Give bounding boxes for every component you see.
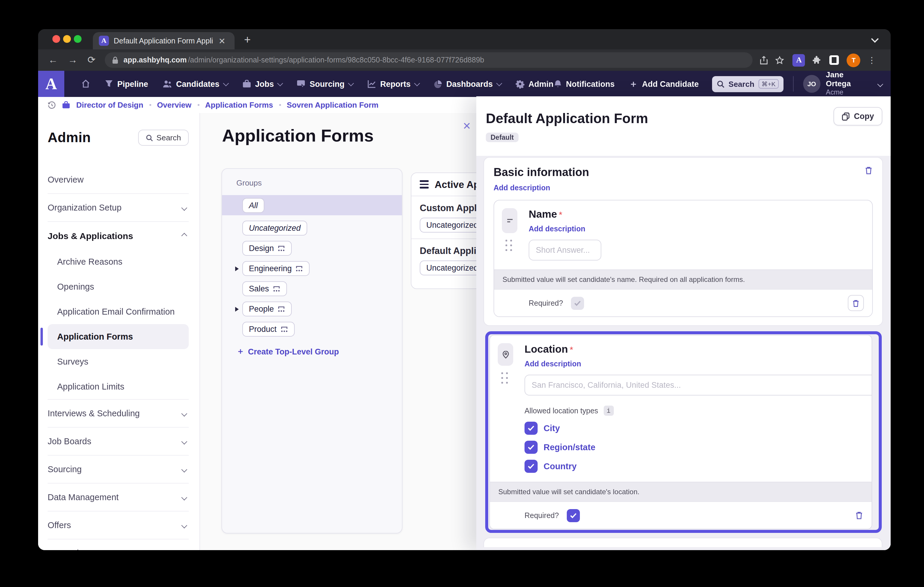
sidebar-item-job-boards[interactable]: Job Boards bbox=[48, 428, 189, 455]
traffic-close-button[interactable] bbox=[53, 35, 60, 43]
sidebar-item-jobs-applications[interactable]: Jobs & Applications bbox=[48, 222, 189, 249]
section-trash-icon[interactable] bbox=[865, 166, 873, 175]
delete-field-button[interactable] bbox=[848, 295, 864, 311]
add-description-link[interactable]: Add description bbox=[525, 360, 863, 368]
chevron-down-icon bbox=[181, 410, 187, 416]
required-asterisk: * bbox=[559, 209, 562, 219]
groups-header: Groups bbox=[222, 169, 402, 187]
tab-overflow-chevron-icon[interactable] bbox=[871, 35, 878, 43]
gear-icon bbox=[515, 79, 524, 88]
expand-caret-icon[interactable] bbox=[235, 266, 239, 271]
group-chip-people[interactable]: People bbox=[242, 301, 292, 316]
country-checkbox[interactable] bbox=[525, 460, 538, 473]
sidebar-item-archive-reasons[interactable]: Archive Reasons bbox=[48, 249, 189, 274]
sidebar-item-offers[interactable]: Offers bbox=[48, 511, 189, 539]
breadcrumb-item-overview[interactable]: Overview bbox=[157, 100, 191, 109]
share-icon[interactable] bbox=[760, 56, 768, 64]
group-chip-uncategorized[interactable]: Uncategorized bbox=[242, 220, 307, 235]
breadcrumb-item-job[interactable]: Director of Design bbox=[76, 100, 143, 109]
new-tab-button[interactable]: + bbox=[244, 33, 251, 46]
nav-home[interactable] bbox=[81, 79, 91, 89]
extensions-puzzle-icon[interactable] bbox=[812, 56, 821, 64]
group-row-all-selected[interactable]: All bbox=[222, 195, 402, 215]
nav-candidates[interactable]: Candidates bbox=[163, 79, 228, 88]
sidebar-item-application-email-confirmation[interactable]: Application Email Confirmation bbox=[48, 299, 189, 324]
ashby-extension-icon[interactable]: A bbox=[793, 54, 805, 66]
drag-handle-icon[interactable] bbox=[501, 372, 508, 384]
nav-jobs[interactable]: Jobs bbox=[242, 79, 282, 88]
side-panel-icon[interactable] bbox=[830, 55, 839, 65]
field-label: Name bbox=[529, 208, 557, 220]
short-answer-type-icon bbox=[502, 208, 517, 233]
sidebar-item-overview[interactable]: Overview bbox=[48, 166, 189, 193]
history-icon[interactable] bbox=[48, 101, 56, 109]
sidebar-item-sourcing[interactable]: Sourcing bbox=[48, 455, 189, 483]
chevron-down-icon bbox=[181, 438, 187, 444]
required-checkbox-disabled[interactable] bbox=[571, 296, 584, 309]
add-description-link[interactable]: Add description bbox=[493, 184, 873, 192]
city-checkbox[interactable] bbox=[525, 422, 538, 435]
sidebar-item-integrations[interactable]: Integrations bbox=[48, 539, 189, 550]
region-state-checkbox[interactable] bbox=[525, 441, 538, 454]
group-chip-design[interactable]: Design bbox=[242, 241, 292, 256]
browser-menu-icon[interactable]: ⋮ bbox=[868, 55, 876, 65]
add-description-link[interactable]: Add description bbox=[529, 225, 864, 233]
bookmark-star-icon[interactable] bbox=[776, 56, 784, 64]
nav-dashboards[interactable]: Dashboards bbox=[433, 79, 501, 88]
name-answer-input[interactable] bbox=[529, 240, 601, 260]
browser-tab[interactable]: A Default Application Form Appli ✕ bbox=[93, 32, 234, 49]
user-menu-chevron-icon[interactable] bbox=[877, 81, 883, 87]
sidebar-item-application-limits[interactable]: Application Limits bbox=[48, 374, 189, 399]
required-asterisk: * bbox=[570, 344, 573, 354]
traffic-minimize-button[interactable] bbox=[63, 35, 71, 43]
notifications-button[interactable]: Notifications bbox=[553, 79, 615, 88]
chevron-down-icon bbox=[277, 80, 283, 86]
forward-button[interactable]: → bbox=[68, 55, 78, 65]
user-avatar[interactable]: JO bbox=[803, 75, 820, 93]
create-top-level-group-button[interactable]: ＋ Create Top-Level Group bbox=[236, 346, 402, 357]
global-search-button[interactable]: Search ⌘+K bbox=[712, 76, 783, 92]
sidebar-search-button[interactable]: Search bbox=[138, 130, 189, 146]
group-chip-uncategorized[interactable]: Uncategorized bbox=[420, 260, 485, 275]
breadcrumb-item-application-forms[interactable]: Application Forms bbox=[205, 100, 273, 109]
nav-pipeline[interactable]: Pipeline bbox=[105, 79, 148, 88]
sidebar-item-application-forms[interactable]: Application Forms bbox=[48, 324, 189, 349]
ashby-logo[interactable]: A bbox=[38, 71, 64, 97]
plus-icon: ＋ bbox=[629, 78, 638, 89]
user-identity[interactable]: Jane Ortega Acme bbox=[826, 71, 870, 97]
reload-button[interactable]: ⟳ bbox=[87, 55, 96, 65]
info-icon[interactable]: i bbox=[603, 406, 614, 416]
group-chip-uncategorized[interactable]: Uncategorized bbox=[420, 218, 485, 233]
required-checkbox[interactable] bbox=[566, 509, 579, 522]
location-input[interactable] bbox=[525, 375, 872, 396]
group-chip-sales[interactable]: Sales bbox=[242, 281, 287, 296]
location-type-option-city: City bbox=[525, 422, 863, 435]
tab-close-icon[interactable]: ✕ bbox=[218, 36, 225, 45]
browser-profile-avatar[interactable]: T bbox=[847, 53, 861, 67]
url-bar[interactable]: app.ashbyhq.com /admin/organizational-se… bbox=[105, 53, 753, 68]
people-icon bbox=[163, 80, 172, 88]
nav-reports[interactable]: Reports bbox=[367, 79, 419, 88]
sidebar-item-surveys[interactable]: Surveys bbox=[48, 349, 189, 374]
nav-sourcing[interactable]: Sourcing bbox=[297, 79, 353, 88]
sidebar-item-interviews-scheduling[interactable]: Interviews & Scheduling bbox=[48, 400, 189, 427]
lock-icon bbox=[112, 56, 119, 64]
overlay-close-button[interactable]: × bbox=[460, 119, 474, 133]
sidebar-item-data-management[interactable]: Data Management bbox=[48, 483, 189, 511]
drag-handle-icon[interactable] bbox=[505, 240, 513, 252]
group-chip-engineering[interactable]: Engineering bbox=[242, 261, 310, 276]
sidebar-item-organization-setup[interactable]: Organization Setup bbox=[48, 194, 189, 221]
back-button[interactable]: ← bbox=[48, 55, 58, 65]
group-chip-product[interactable]: Product bbox=[242, 322, 294, 337]
search-icon bbox=[146, 134, 153, 141]
group-chip-all[interactable]: All bbox=[242, 198, 264, 213]
add-candidate-button[interactable]: ＋ Add Candidate bbox=[629, 78, 699, 89]
traffic-zoom-button[interactable] bbox=[74, 35, 82, 43]
delete-field-button[interactable] bbox=[855, 511, 863, 520]
sidebar-item-openings[interactable]: Openings bbox=[48, 274, 189, 299]
copy-button[interactable]: Copy bbox=[834, 107, 883, 125]
nav-admin[interactable]: Admin bbox=[515, 79, 553, 88]
expand-caret-icon[interactable] bbox=[235, 307, 239, 311]
org-chart-icon bbox=[295, 265, 303, 272]
breadcrumb-item-sovren-form[interactable]: Sovren Application Form bbox=[287, 100, 378, 109]
